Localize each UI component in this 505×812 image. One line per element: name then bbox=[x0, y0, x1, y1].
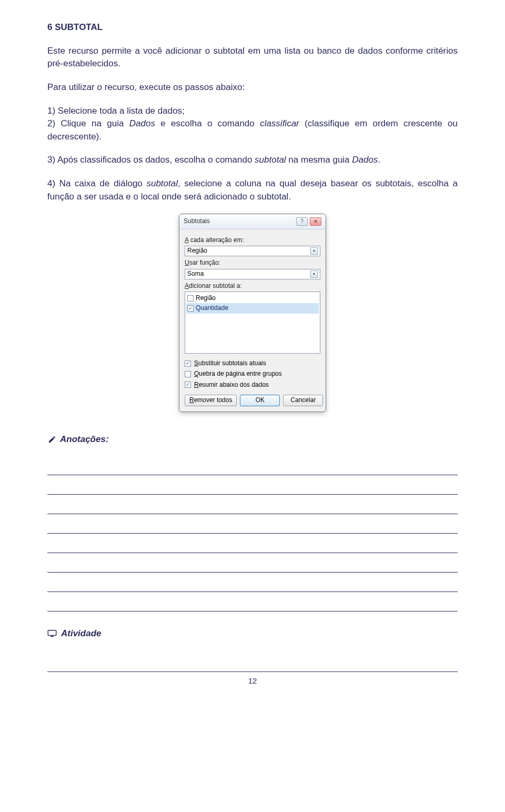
step3-subtotal: subtotal bbox=[255, 155, 286, 165]
monitor-icon bbox=[47, 630, 57, 637]
step3-dados: Dados bbox=[352, 155, 378, 165]
list-item-label: Quantidade bbox=[196, 304, 228, 313]
blank-line bbox=[47, 495, 458, 514]
list-item[interactable]: Região bbox=[186, 293, 319, 303]
anotacoes-heading: Anotações: bbox=[47, 433, 458, 446]
list-item-label: Região bbox=[196, 294, 216, 303]
select-alteracao-value: Região bbox=[187, 246, 207, 255]
step3-mid: na mesma guia bbox=[286, 155, 352, 165]
list-item[interactable]: ✓ Quantidade bbox=[186, 303, 319, 313]
blank-line bbox=[47, 592, 458, 611]
checkbox-icon[interactable]: ✓ bbox=[185, 360, 191, 367]
blank-line bbox=[47, 456, 458, 475]
step2-text-mid: e escolha o comando bbox=[155, 118, 260, 128]
pencil-icon bbox=[47, 435, 57, 444]
chevron-down-icon[interactable]: ▾ bbox=[310, 247, 318, 255]
blank-line bbox=[47, 475, 458, 495]
svg-rect-1 bbox=[50, 636, 54, 637]
checkbox-icon[interactable] bbox=[187, 295, 194, 302]
subtotais-dialog: Subtotais ? ✕ A cada alteração em: Regiã… bbox=[179, 214, 326, 412]
checkbox-label: Substituir subtotais atuais bbox=[194, 359, 266, 368]
step2-classificar: classificar bbox=[260, 118, 299, 128]
section-heading: 6 SUBTOTAL bbox=[47, 21, 458, 34]
checkbox-resumir[interactable]: ✓ Resumir abaixo dos dados bbox=[185, 380, 320, 389]
checkbox-label: Resumir abaixo dos dados bbox=[194, 380, 269, 389]
paragraph-step-3: 3) Após classificados os dados, escolha … bbox=[47, 154, 458, 167]
label-a-cada-alteracao: A cada alteração em: bbox=[185, 236, 320, 245]
step1-text: 1) Selecione toda a lista de dados; bbox=[47, 106, 185, 116]
checkbox-quebra-pagina[interactable]: Quebra de página entre grupos bbox=[185, 369, 320, 378]
remover-todos-button[interactable]: Remover todos bbox=[185, 395, 237, 406]
page-number: 12 bbox=[248, 676, 257, 685]
paragraph-step-1-2: 1) Selecione toda a lista de dados; 2) C… bbox=[47, 105, 458, 144]
label-usar-funcao: Usar função: bbox=[185, 258, 320, 267]
dialog-titlebar: Subtotais ? ✕ bbox=[179, 214, 326, 229]
paragraph-step-4: 4) Na caixa de diálogo subtotal, selecio… bbox=[47, 177, 458, 203]
label-adicionar-subtotal: Adicionar subtotal a: bbox=[185, 282, 320, 290]
step2-dados: Dados bbox=[129, 118, 155, 128]
anotacoes-label: Anotações: bbox=[60, 433, 109, 446]
paragraph-intro: Este recurso permite a você adicionar o … bbox=[47, 45, 458, 71]
page-footer: 12 bbox=[47, 671, 458, 687]
ok-button[interactable]: OK bbox=[240, 395, 280, 406]
checkbox-icon[interactable] bbox=[185, 371, 191, 377]
atividade-heading: Atividade bbox=[47, 627, 458, 640]
anotacoes-lines bbox=[47, 456, 458, 611]
select-funcao[interactable]: Soma ▾ bbox=[185, 269, 320, 279]
select-alteracao-em[interactable]: Região ▾ bbox=[185, 246, 320, 256]
listbox-subtotal-columns[interactable]: Região ✓ Quantidade bbox=[185, 292, 320, 354]
atividade-label: Atividade bbox=[61, 627, 102, 640]
select-funcao-value: Soma bbox=[187, 269, 204, 278]
close-icon[interactable]: ✕ bbox=[310, 217, 321, 226]
step2-text-pre: 2) Clique na guia bbox=[47, 118, 129, 128]
checkbox-substituir[interactable]: ✓ Substituir subtotais atuais bbox=[185, 359, 320, 368]
chevron-down-icon[interactable]: ▾ bbox=[310, 270, 318, 278]
paragraph-steps-intro: Para utilizar o recurso, execute os pass… bbox=[47, 81, 458, 94]
cancelar-button[interactable]: Cancelar bbox=[283, 395, 323, 406]
svg-rect-0 bbox=[48, 630, 56, 636]
blank-line bbox=[47, 534, 458, 553]
step4-subtotal: subtotal bbox=[146, 178, 178, 188]
dialog-title: Subtotais bbox=[184, 217, 210, 226]
checkbox-icon[interactable]: ✓ bbox=[187, 305, 194, 312]
help-icon[interactable]: ? bbox=[296, 217, 308, 226]
blank-line bbox=[47, 573, 458, 592]
blank-line bbox=[47, 514, 458, 534]
step3-pre: 3) Após classificados os dados, escolha … bbox=[47, 155, 255, 165]
step4-pre: 4) Na caixa de diálogo bbox=[47, 178, 146, 188]
checkbox-icon[interactable]: ✓ bbox=[185, 382, 191, 388]
step3-post: . bbox=[378, 155, 380, 165]
checkbox-label: Quebra de página entre grupos bbox=[194, 369, 282, 378]
svg-rect-2 bbox=[52, 636, 53, 636]
blank-line bbox=[47, 553, 458, 573]
